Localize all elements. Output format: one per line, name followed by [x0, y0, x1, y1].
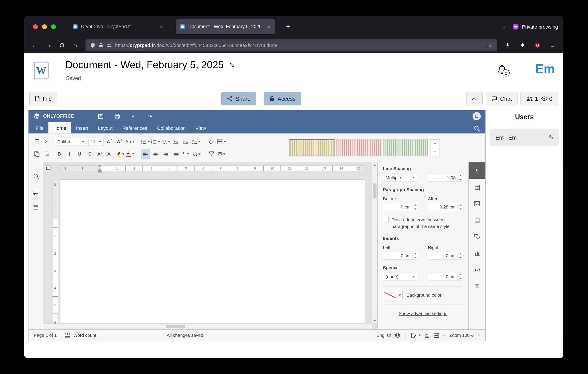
paste-button[interactable]	[32, 137, 42, 146]
minimize-window-button[interactable]	[42, 24, 47, 29]
reload-button[interactable]	[56, 40, 68, 51]
decrease-indent-button[interactable]	[171, 137, 180, 146]
fit-width-button[interactable]	[434, 333, 439, 338]
zoom-in-button[interactable]: +	[477, 332, 480, 338]
decrease-font-button[interactable]: A	[115, 137, 124, 146]
menu-tab-view[interactable]: View	[190, 122, 211, 134]
new-tab-button[interactable]: +	[283, 23, 293, 31]
spin-up[interactable]	[413, 252, 418, 255]
menu-tab-layout[interactable]: Layout	[93, 122, 117, 134]
access-button[interactable]: Access	[264, 92, 301, 105]
collapse-toolbar-button[interactable]	[466, 92, 482, 105]
menu-tab-home[interactable]: Home	[48, 122, 71, 134]
spin-up[interactable]	[458, 273, 463, 277]
ublock-button[interactable]	[531, 40, 544, 51]
textart-settings-tab[interactable]: Ta	[469, 261, 485, 278]
gallery-up-button[interactable]	[430, 140, 440, 148]
horizontal-scrollbar[interactable]	[43, 323, 372, 329]
numbering-button[interactable]: 123	[151, 137, 160, 146]
edit-user-pencil-icon[interactable]: ✎	[549, 134, 553, 140]
copy-button[interactable]	[32, 149, 42, 159]
spin-down[interactable]	[413, 256, 418, 260]
spacing-before-input[interactable]: 0 cm	[383, 203, 418, 211]
forward-button[interactable]: →	[42, 40, 55, 51]
bold-button[interactable]: B	[55, 149, 64, 159]
tab-document[interactable]: Document - Wed, February 5, 2025 ×	[176, 19, 275, 34]
style-preview-1[interactable]	[290, 139, 335, 156]
word-count-button[interactable]: Word count	[73, 332, 96, 338]
mail-merge-settings-tab[interactable]: ✉	[469, 278, 485, 294]
image-settings-tab[interactable]	[469, 195, 485, 212]
clear-style-button[interactable]	[207, 137, 216, 146]
close-window-button[interactable]	[33, 24, 38, 29]
font-name-select[interactable]: Calibri	[55, 137, 87, 145]
list-tabs-icon[interactable]	[501, 24, 506, 29]
zoom-out-button[interactable]: −	[443, 332, 446, 338]
onlyoffice-user-avatar[interactable]: E	[472, 112, 481, 120]
document-page[interactable]	[61, 180, 365, 323]
user-avatar[interactable]: Em	[535, 62, 555, 76]
track-changes-button[interactable]	[411, 332, 421, 338]
style-preview-2[interactable]	[336, 139, 381, 156]
bullets-button[interactable]	[141, 137, 150, 146]
background-color-picker[interactable]	[383, 291, 403, 299]
underline-button[interactable]: U	[75, 149, 84, 159]
page-indicator[interactable]: Page 1 of 1	[34, 332, 57, 338]
strikethrough-button[interactable]: S	[85, 149, 94, 159]
paragraph-settings-tab[interactable]: ¶	[469, 162, 485, 179]
scroll-up-arrow[interactable]	[372, 162, 377, 168]
spin-up[interactable]	[458, 203, 463, 207]
line-spacing-select[interactable]: Multiple	[383, 174, 417, 182]
subscript-button[interactable]: A₂	[105, 149, 115, 159]
chat-button[interactable]: Chat	[485, 92, 517, 105]
indent-left-input[interactable]: 0 cm	[383, 252, 418, 260]
rename-pencil-icon[interactable]: ✎	[229, 61, 235, 69]
bookmark-star-icon[interactable]: ☆	[488, 42, 493, 49]
spin-down[interactable]	[458, 207, 463, 211]
save-button[interactable]	[96, 112, 105, 121]
tab-stop-selector[interactable]	[45, 165, 51, 171]
align-left-button[interactable]	[141, 149, 150, 159]
advanced-settings-link[interactable]: Show advanced settings	[383, 311, 463, 316]
maximize-window-button[interactable]	[51, 24, 56, 29]
search-button[interactable]	[470, 122, 483, 134]
zoom-level[interactable]: Zoom 100%	[449, 332, 474, 338]
superscript-button[interactable]: A²	[95, 149, 104, 159]
downloads-button[interactable]	[501, 40, 514, 51]
spellcheck-globe-button[interactable]	[395, 332, 400, 338]
justify-button[interactable]	[171, 149, 180, 159]
spin-up[interactable]	[413, 203, 418, 207]
comments-button[interactable]	[32, 189, 39, 195]
line-spacing-input[interactable]: 1.08	[428, 174, 463, 182]
header-footer-settings-tab[interactable]	[469, 212, 485, 228]
app-menu-button[interactable]: ≡	[546, 40, 559, 51]
gallery-down-button[interactable]	[430, 148, 440, 156]
home-button[interactable]: ⌂	[69, 40, 82, 51]
language-button[interactable]: English	[377, 332, 391, 338]
italic-button[interactable]: I	[65, 149, 74, 159]
select-all-button[interactable]	[42, 149, 51, 159]
paragraph-shading-button[interactable]	[192, 149, 201, 159]
shape-settings-tab[interactable]	[469, 229, 485, 245]
mail-merge-button[interactable]: ✉	[217, 149, 226, 159]
style-preview-3[interactable]	[383, 139, 428, 156]
align-center-button[interactable]	[151, 149, 160, 159]
spin-down[interactable]	[458, 256, 463, 260]
cut-button[interactable]: ✂	[42, 137, 51, 146]
lock-icon[interactable]	[99, 43, 103, 48]
interval-checkbox[interactable]	[383, 217, 388, 222]
indent-right-input[interactable]: 0 cm	[428, 252, 463, 260]
spin-down[interactable]	[413, 207, 418, 211]
share-button[interactable]: Share	[221, 92, 256, 105]
extensions-button[interactable]	[516, 40, 529, 51]
permissions-icon[interactable]	[106, 42, 112, 48]
close-tab-icon[interactable]: ×	[266, 23, 271, 30]
undo-button[interactable]: ↶	[129, 112, 138, 121]
chart-settings-tab[interactable]	[469, 245, 485, 261]
increase-font-button[interactable]: A	[105, 137, 114, 146]
nonprinting-characters-button[interactable]: ¶	[181, 149, 190, 159]
file-button[interactable]: File	[29, 92, 57, 105]
scrollbar-thumb[interactable]	[373, 183, 377, 198]
spin-up[interactable]	[458, 174, 463, 177]
increase-indent-button[interactable]	[181, 137, 190, 146]
